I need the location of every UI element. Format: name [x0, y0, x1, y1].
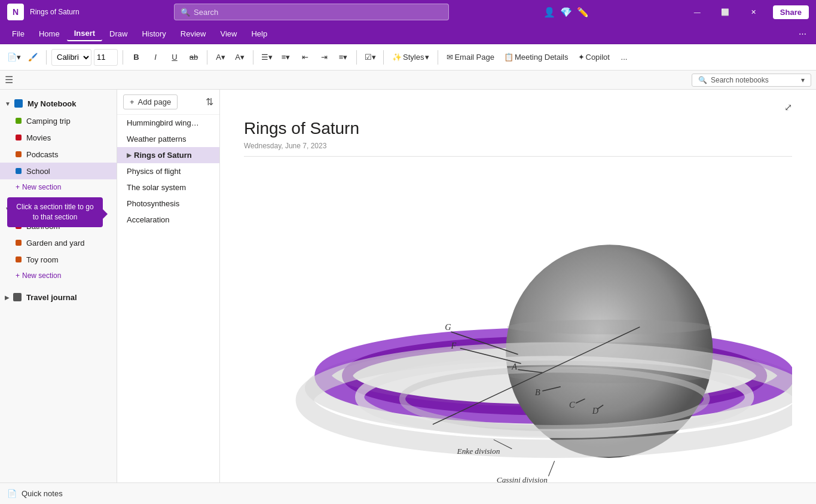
- align-button[interactable]: ≡▾: [335, 49, 352, 66]
- format-painter-button[interactable]: 🖌️: [25, 49, 41, 66]
- page-label-rings: Rings of Saturn: [134, 151, 192, 160]
- notebook-title-traveljournal: Travel journal: [26, 293, 77, 302]
- ribbon-expand-button[interactable]: ⋯: [794, 27, 811, 41]
- svg-text:Enke division: Enke division: [457, 447, 500, 456]
- sidebar-section-camping[interactable]: Camping trip: [0, 112, 117, 129]
- search-notebooks-chevron: ▾: [801, 76, 805, 84]
- underline-button[interactable]: U: [166, 49, 183, 66]
- svg-text:G: G: [445, 322, 451, 332]
- menu-file[interactable]: File: [5, 27, 32, 41]
- page-item-accelaration[interactable]: Accelaration: [117, 212, 219, 228]
- sidebar: ▼ My Notebook Camping trip Movies Podcas…: [0, 90, 117, 504]
- minimize-button[interactable]: —: [684, 2, 711, 22]
- svg-text:A: A: [511, 362, 517, 371]
- hamburger-menu-button[interactable]: ☰: [5, 74, 13, 85]
- maximize-button[interactable]: ⬜: [712, 2, 739, 22]
- menu-help[interactable]: Help: [244, 27, 274, 41]
- add-page-label: Add page: [138, 97, 172, 106]
- styles-button[interactable]: ✨Styles▾: [389, 49, 433, 66]
- share-button[interactable]: Share: [773, 5, 809, 19]
- page-item-photosynthesis[interactable]: Photosynthesis: [117, 196, 219, 212]
- title-bar: N Rings of Saturn 🔍 👤 💎 ✏️ — ⬜ ✕ Share: [0, 0, 816, 24]
- add-page-button[interactable]: + Add page: [123, 94, 178, 109]
- decrease-indent-button[interactable]: ⇤: [297, 49, 313, 66]
- page-item-weather[interactable]: Weather patterns: [117, 131, 219, 147]
- page-list: + Add page ⇅ Hummingbird wing… Weather p…: [117, 90, 220, 504]
- new-page-button[interactable]: 📄▾: [5, 49, 23, 66]
- bottom-bar: 📄 Quick notes: [0, 482, 816, 504]
- strikethrough-button[interactable]: ab: [185, 49, 202, 66]
- main-area: ▼ My Notebook Camping trip Movies Podcas…: [0, 90, 816, 504]
- toolbar-separator-6: [383, 50, 384, 65]
- toolbar-separator-3: [207, 50, 207, 65]
- sidebar-section-toyroom[interactable]: Toy room: [0, 251, 117, 268]
- italic-button[interactable]: I: [147, 49, 164, 66]
- meeting-details-button[interactable]: 📋Meeting Details: [500, 49, 572, 66]
- sidebar-section-podcasts[interactable]: Podcasts: [0, 146, 117, 163]
- menu-view[interactable]: View: [213, 27, 244, 41]
- bold-button[interactable]: B: [128, 49, 145, 66]
- increase-indent-button[interactable]: ⇥: [316, 49, 332, 66]
- section-label-toyroom: Toy room: [26, 255, 58, 264]
- pen-icon[interactable]: ✏️: [577, 7, 589, 18]
- email-page-button[interactable]: ✉Email Page: [443, 49, 497, 66]
- menu-home[interactable]: Home: [32, 27, 67, 41]
- sidebar-notebook-traveljournal[interactable]: ▶ Travel journal: [0, 288, 117, 306]
- bullets-button[interactable]: ☰▾: [258, 49, 275, 66]
- menu-history[interactable]: History: [135, 27, 173, 41]
- svg-text:F: F: [450, 341, 456, 350]
- checkbox-button[interactable]: ☑▾: [362, 49, 378, 66]
- notebook-icon-traveljournal: [13, 293, 22, 301]
- section-label-movies: Movies: [26, 133, 51, 142]
- sidebar-new-section-mynotebook[interactable]: + New section: [0, 179, 117, 195]
- section-label-podcasts: Podcasts: [26, 150, 58, 159]
- title-search-box[interactable]: 🔍: [174, 4, 449, 20]
- toolbar-separator-4: [253, 50, 253, 65]
- menu-review[interactable]: Review: [173, 27, 213, 41]
- sidebar-new-section-houseprojects[interactable]: + New section: [0, 268, 117, 283]
- page-item-rings[interactable]: ▶ Rings of Saturn: [117, 147, 219, 163]
- highlight-button[interactable]: A▾: [212, 49, 229, 66]
- font-size-input[interactable]: [94, 49, 118, 66]
- sort-pages-button[interactable]: ⇅: [206, 96, 213, 108]
- page-item-solar[interactable]: The solar system: [117, 179, 219, 196]
- tooltip-text: Click a section title to go to that sect…: [16, 203, 93, 221]
- menu-insert[interactable]: Insert: [67, 26, 102, 41]
- toolbar: 📄▾ 🖌️ Calibri B I U ab A▾ A▾ ☰▾ ≡▾ ⇤ ⇥ ≡…: [0, 44, 816, 71]
- svg-text:C: C: [569, 400, 575, 410]
- toolbar-clipboard-group: 📄▾ 🖌️: [5, 49, 41, 66]
- sidebar-section-garden[interactable]: Garden and yard: [0, 234, 117, 251]
- quick-notes-icon: 📄: [7, 489, 17, 498]
- saturn-illustration: G F A B C D Enke di: [244, 169, 792, 487]
- sidebar-notebook-mynotebook[interactable]: ▼ My Notebook: [0, 94, 117, 112]
- diamond-icon[interactable]: 💎: [560, 7, 572, 18]
- profile-icon[interactable]: 👤: [543, 7, 555, 18]
- quick-notes-label[interactable]: Quick notes: [22, 489, 63, 498]
- new-section-icon: +: [16, 183, 20, 191]
- search-notebooks-button[interactable]: 🔍 Search notebooks ▾: [692, 74, 811, 87]
- notebook-chevron-right-travel: ▶: [5, 294, 10, 301]
- content-area[interactable]: ⤢ Rings of Saturn Wednesday, June 7, 202…: [220, 90, 816, 504]
- page-item-physics[interactable]: Physics of flight: [117, 163, 219, 179]
- close-button[interactable]: ✕: [740, 2, 767, 22]
- notebook-icon-mynotebook: [14, 99, 23, 108]
- add-page-icon: +: [130, 97, 135, 106]
- toolbar-separator-1: [46, 50, 47, 65]
- font-color-button[interactable]: A▾: [231, 49, 248, 66]
- numbering-button[interactable]: ≡▾: [277, 49, 294, 66]
- search-icon: 🔍: [181, 8, 190, 17]
- section-color-toyroom: [16, 256, 22, 262]
- search-notebooks-label: Search notebooks: [711, 76, 769, 84]
- expand-content-button[interactable]: ⤢: [784, 102, 792, 113]
- sidebar-section-movies[interactable]: Movies: [0, 129, 117, 146]
- page-item-hummingbird[interactable]: Hummingbird wing…: [117, 115, 219, 131]
- title-search-input[interactable]: [194, 8, 442, 17]
- svg-line-25: [548, 461, 554, 476]
- note-title[interactable]: Rings of Saturn: [244, 119, 792, 138]
- more-button[interactable]: ...: [616, 49, 632, 66]
- menu-draw[interactable]: Draw: [102, 27, 135, 41]
- saturn-svg: G F A B C D Enke di: [244, 169, 792, 485]
- font-family-select[interactable]: Calibri: [51, 49, 91, 66]
- copilot-button[interactable]: ✦Copilot: [574, 49, 613, 66]
- sidebar-section-school[interactable]: School: [0, 163, 117, 179]
